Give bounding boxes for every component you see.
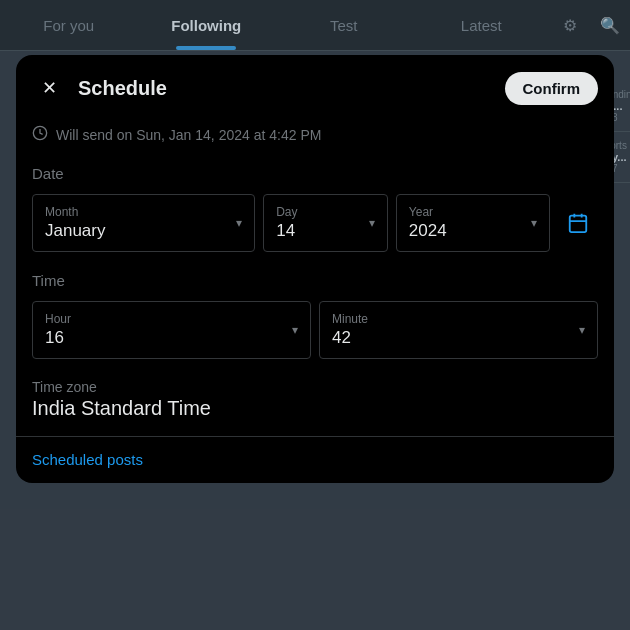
year-select[interactable]: Year 2024 ▾ [396,194,550,252]
month-select[interactable]: Month January ▾ [32,194,255,252]
hour-value: 16 [45,328,71,348]
month-label: Month [45,205,105,219]
year-value: 2024 [409,221,447,241]
minute-value: 42 [332,328,368,348]
time-row: Hour 16 ▾ Minute 42 ▾ [16,295,614,371]
year-chevron-icon: ▾ [531,216,537,230]
schedule-modal: ✕ Schedule Confirm Will send on Sun, Jan… [16,55,614,483]
confirm-label: Confirm [523,80,581,97]
year-select-inner: Year 2024 [409,205,447,241]
day-label: Day [276,205,297,219]
date-row: Month January ▾ Day 14 ▾ Year 2024 ▾ [16,188,614,264]
modal-header-left: ✕ Schedule [32,71,167,105]
month-value: January [45,221,105,241]
hour-chevron-icon: ▾ [292,323,298,337]
svg-rect-1 [570,216,587,233]
hour-select[interactable]: Hour 16 ▾ [32,301,311,359]
scheduled-posts-row: Scheduled posts [16,437,614,483]
calendar-button[interactable] [558,203,598,243]
minute-select-inner: Minute 42 [332,312,368,348]
date-section-label: Date [16,157,614,188]
day-value: 14 [276,221,297,241]
timezone-section: Time zone India Standard Time [16,371,614,436]
close-button[interactable]: ✕ [32,71,66,105]
day-select-inner: Day 14 [276,205,297,241]
clock-icon [32,125,48,145]
month-select-inner: Month January [45,205,105,241]
will-send-text: Will send on Sun, Jan 14, 2024 at 4:42 P… [56,127,321,143]
will-send-row: Will send on Sun, Jan 14, 2024 at 4:42 P… [16,117,614,157]
scheduled-posts-link[interactable]: Scheduled posts [32,451,143,468]
minute-chevron-icon: ▾ [579,323,585,337]
timezone-label: Time zone [32,379,598,395]
modal-title: Schedule [78,77,167,100]
month-chevron-icon: ▾ [236,216,242,230]
hour-select-inner: Hour 16 [45,312,71,348]
minute-select[interactable]: Minute 42 ▾ [319,301,598,359]
day-chevron-icon: ▾ [369,216,375,230]
time-section-label: Time [16,264,614,295]
close-icon: ✕ [42,77,57,99]
minute-label: Minute [332,312,368,326]
timezone-value: India Standard Time [32,397,598,420]
confirm-button[interactable]: Confirm [505,72,599,105]
modal-header: ✕ Schedule Confirm [16,55,614,117]
hour-label: Hour [45,312,71,326]
year-label: Year [409,205,447,219]
day-select[interactable]: Day 14 ▾ [263,194,388,252]
